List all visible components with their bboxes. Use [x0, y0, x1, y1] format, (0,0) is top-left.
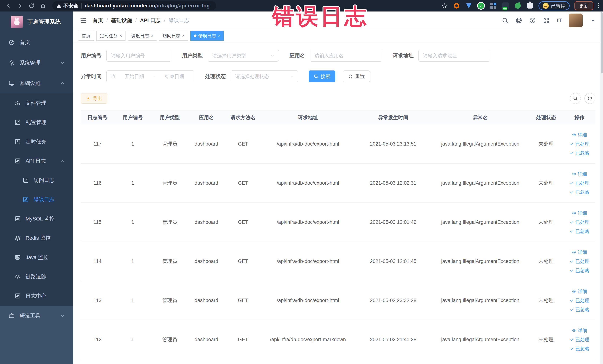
breadcrumb-item[interactable]: 首页 [93, 17, 103, 24]
detail-link[interactable]: 详细 [572, 210, 587, 216]
search-button[interactable]: 搜索 [309, 70, 335, 82]
browser-home-icon[interactable] [38, 1, 48, 10]
sidebar-item-错误日志[interactable]: 错误日志 [0, 190, 73, 209]
browser-back-icon[interactable] [4, 1, 13, 10]
browser-reload-icon[interactable] [27, 1, 36, 10]
export-button[interactable]: 导出 [81, 93, 107, 104]
extension-on-badge-icon[interactable]: on [502, 2, 509, 10]
refresh-table-button[interactable] [584, 93, 595, 104]
font-size-icon[interactable]: tT [557, 17, 562, 23]
address-bar[interactable]: 不安全 dashboard.yudao.iocoder.cn/infra/log… [52, 1, 216, 10]
extension-grid-icon[interactable] [489, 2, 497, 10]
sidebar-item-文件管理[interactable]: 文件管理 [0, 94, 73, 113]
breadcrumb-item[interactable]: 基础设施 [111, 17, 132, 24]
extension-shield-icon[interactable] [465, 2, 473, 10]
app-logo[interactable]: 芋道管理系统 [0, 12, 73, 32]
app-name-field[interactable] [310, 50, 382, 61]
table-row: 1131管理员dashboardGET/api/infra/db-doc/exp… [81, 281, 595, 320]
ignored-link[interactable]: 已忽略 [570, 150, 590, 156]
user-id-input[interactable] [107, 50, 171, 61]
bookmark-star-icon[interactable] [441, 2, 448, 10]
detail-link[interactable]: 详细 [572, 249, 587, 255]
sidebar-item-Java-监控[interactable]: Java 监控 [0, 248, 73, 267]
sidebar-item-MySQL-监控[interactable]: MySQL 监控 [0, 209, 73, 228]
browser-forward-icon[interactable] [15, 1, 25, 10]
browser-update-button[interactable]: 更新 [574, 1, 593, 10]
detail-link[interactable]: 详细 [572, 171, 587, 177]
action-label: 详细 [578, 132, 587, 138]
user-avatar[interactable] [569, 13, 583, 27]
sidebar-item-API-日志[interactable]: API 日志 [0, 151, 73, 171]
collapse-sidebar-icon[interactable] [80, 17, 87, 24]
extension-puzzle-icon[interactable] [526, 2, 534, 10]
breadcrumb-item[interactable]: API 日志 [140, 17, 161, 24]
action-label: 详细 [578, 288, 587, 294]
sidebar-item-访问日志[interactable]: 访问日志 [0, 171, 73, 190]
processed-link[interactable]: 已处理 [570, 219, 590, 225]
cell-actions: 详细已处理已忽略 [564, 281, 595, 320]
user-menu-caret-icon[interactable] [590, 17, 596, 24]
processed-link[interactable]: 已处理 [570, 180, 590, 186]
tab-close-icon[interactable]: × [120, 34, 122, 38]
table-row: 1141管理员dashboardGET/api/infra/db-doc/exp… [81, 242, 595, 281]
cell-url: /api/infra/db-doc/export-html [262, 203, 354, 242]
tab-close-icon[interactable]: × [182, 34, 185, 38]
user-type-select[interactable]: 请选择用户类型 [208, 50, 279, 61]
reset-button[interactable]: 重置 [343, 70, 370, 82]
search-icon[interactable] [502, 17, 509, 24]
paused-badge[interactable]: 已暂停 [538, 1, 570, 10]
process-status-select[interactable]: 请选择处理状态 [231, 70, 298, 82]
sidebar-item-日志中心[interactable]: 日志中心 [0, 286, 73, 305]
extension-orange-icon[interactable] [453, 2, 460, 10]
sidebar-item-label: API 日志 [26, 157, 46, 164]
sidebar-item-研发工具[interactable]: 研发工具 [0, 305, 73, 326]
clock-icon [14, 139, 21, 145]
extension-green-check-icon[interactable]: ✓ [477, 2, 485, 10]
security-status[interactable]: 不安全 [56, 2, 78, 9]
ignored-link[interactable]: 已忽略 [570, 189, 590, 195]
cell-exception: java.lang.IllegalArgumentException [432, 124, 529, 164]
scrollbar-thumb[interactable] [601, 12, 603, 73]
detail-link[interactable]: 详细 [572, 288, 587, 294]
tab-调度日志[interactable]: 调度日志× [128, 31, 157, 41]
gauge-icon [9, 39, 15, 46]
sidebar-item-Redis-监控[interactable]: Redis 监控 [0, 228, 73, 248]
table-row: 1151管理员dashboardGET/api/infra/db-doc/exp… [81, 203, 595, 242]
processed-link[interactable]: 已处理 [570, 297, 590, 304]
tab-错误日志[interactable]: 错误日志× [190, 31, 224, 41]
request-url-input[interactable] [418, 50, 490, 61]
sidebar-item-首页[interactable]: 首页 [0, 32, 73, 53]
detail-link[interactable]: 详细 [572, 132, 587, 138]
sidebar-item-定时任务[interactable]: 定时任务 [0, 132, 73, 151]
tab-close-icon[interactable]: × [218, 34, 220, 38]
tab-close-icon[interactable]: × [151, 34, 153, 38]
sidebar-item-系统管理[interactable]: 系统管理 [0, 53, 73, 73]
processed-link[interactable]: 已处理 [570, 141, 590, 147]
processed-link[interactable]: 已处理 [570, 337, 590, 343]
ignored-link[interactable]: 已忽略 [570, 267, 590, 273]
page-scrollbar[interactable] [600, 12, 603, 364]
sidebar-item-链路追踪[interactable]: 链路追踪 [0, 267, 73, 286]
cell-exception: java.lang.IllegalArgumentException [432, 242, 529, 281]
ignored-link[interactable]: 已忽略 [570, 346, 590, 352]
processed-link[interactable]: 已处理 [570, 258, 590, 264]
ignored-link[interactable]: 已忽略 [570, 306, 590, 313]
sidebar-item-配置管理[interactable]: 配置管理 [0, 113, 73, 132]
help-icon[interactable] [529, 17, 536, 24]
tab-访问日志[interactable]: 访问日志× [159, 31, 188, 41]
toggle-search-button[interactable] [570, 93, 581, 104]
exception-time-range-picker[interactable]: 开始日期 - 结束日期 [106, 70, 194, 82]
sidebar-item-基础设施[interactable]: 基础设施 [0, 73, 73, 94]
download-icon [86, 96, 91, 101]
extension-leaf-icon[interactable] [514, 2, 522, 10]
fullscreen-icon[interactable] [543, 17, 550, 24]
detail-link[interactable]: 详细 [572, 328, 587, 334]
request-url-field[interactable] [418, 50, 490, 61]
user-id-field[interactable] [106, 50, 171, 61]
app-name-input[interactable] [310, 50, 382, 61]
tab-首页[interactable]: 首页 [78, 31, 94, 41]
github-icon[interactable] [515, 17, 522, 24]
browser-menu-icon[interactable] [598, 3, 599, 8]
ignored-link[interactable]: 已忽略 [570, 228, 590, 234]
tab-定时任务[interactable]: 定时任务× [96, 31, 126, 41]
